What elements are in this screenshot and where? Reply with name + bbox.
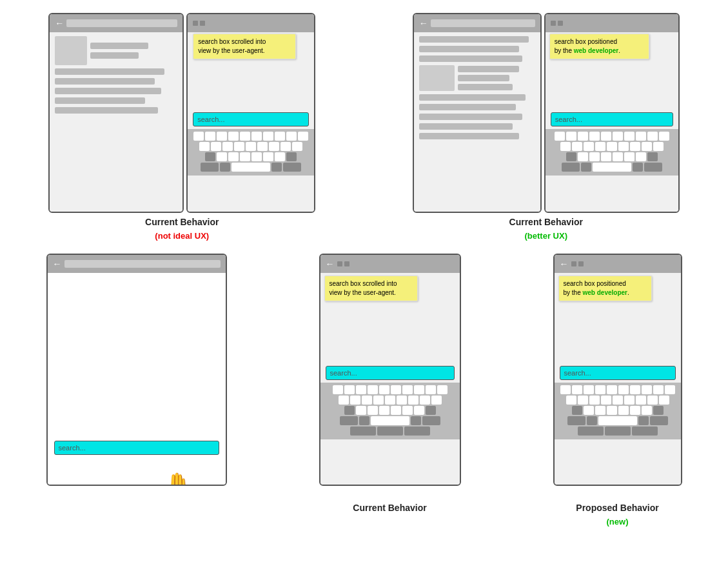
content-line: [55, 97, 145, 104]
content-block: [419, 65, 455, 91]
key: [350, 426, 376, 436]
key: [653, 142, 664, 151]
key: [613, 152, 623, 161]
key: [379, 406, 389, 415]
hand-cursor-icon: 🤚: [160, 471, 193, 486]
search-placeholder: search...: [564, 369, 591, 377]
key: [269, 142, 279, 151]
key: [601, 396, 611, 405]
key: [595, 385, 605, 394]
key: [578, 132, 588, 141]
scenario-label-br: Proposed Behavior: [576, 503, 658, 513]
back-arrow-icon: ←: [419, 18, 428, 28]
key: [333, 385, 343, 394]
key: [618, 406, 629, 415]
key: [275, 152, 285, 161]
key: [630, 142, 640, 151]
scenario-label-tl: Current Behavior: [145, 217, 219, 227]
phone-body-right: search...: [188, 32, 314, 213]
key: [240, 152, 250, 161]
empty-space: [48, 273, 226, 441]
key: [211, 142, 221, 151]
key: [350, 396, 360, 405]
key: [422, 416, 440, 425]
keyboard-tl: [188, 129, 314, 176]
phone-body: [414, 32, 540, 213]
key: [414, 385, 424, 394]
dot: [193, 21, 198, 26]
key: [593, 163, 631, 172]
key: [437, 385, 448, 394]
key: [653, 406, 664, 415]
key: [251, 152, 262, 161]
key: [566, 396, 576, 405]
content-line: [90, 43, 148, 49]
key: [362, 396, 372, 405]
content-line: [419, 104, 516, 110]
content-area: [50, 32, 182, 117]
key: [589, 396, 600, 405]
content-area: [414, 32, 540, 143]
key: [257, 142, 268, 151]
key: [624, 152, 635, 161]
back-arrow-icon: ←: [326, 259, 335, 269]
key: [595, 142, 605, 151]
key: [613, 396, 623, 405]
search-placeholder: search...: [330, 369, 357, 377]
key: [286, 132, 297, 141]
content-block: [55, 36, 87, 65]
header-bar: [66, 19, 177, 27]
key: [581, 163, 591, 172]
key: [391, 385, 401, 394]
key: [567, 416, 585, 425]
key: [408, 396, 418, 405]
key: [420, 396, 430, 405]
key: [246, 142, 256, 151]
key: [630, 406, 640, 415]
key: [578, 152, 588, 161]
phone-left-tr: ←: [413, 13, 542, 213]
key: [636, 396, 646, 405]
header-dots: [571, 261, 584, 266]
key: [234, 142, 244, 151]
content-line: [419, 133, 519, 139]
scenario-sublabel-br: (new): [607, 517, 629, 527]
scenario-bottom-right: ← search box positionedby the web develo…: [553, 254, 682, 528]
phone-group-bc: ← search box scrolled intoview by the us…: [319, 254, 461, 486]
key: [228, 152, 239, 161]
key: [618, 385, 629, 394]
key: [587, 416, 597, 425]
header-bar: [431, 19, 535, 27]
phone-body-bl: search...: [48, 273, 226, 486]
key: [589, 132, 600, 141]
key: [379, 385, 389, 394]
phone-br: ← search box positionedby the web develo…: [553, 254, 682, 486]
key: [598, 416, 637, 425]
search-input-mock-br: search...: [560, 366, 676, 380]
content-line: [90, 52, 139, 59]
content-line: [458, 84, 513, 90]
header-dots: [551, 21, 563, 26]
content-line: [419, 46, 519, 52]
key: [275, 132, 285, 141]
key: [607, 142, 617, 151]
key: [385, 396, 395, 405]
phone-group-br: ← search box positionedby the web develo…: [553, 254, 682, 486]
scenario-label-tr: Current Behavior: [509, 217, 583, 227]
key: [240, 132, 250, 141]
key: [578, 396, 588, 405]
search-input-mock-bc: search...: [326, 366, 455, 380]
key: [373, 396, 384, 405]
scenario-top-left: ←: [48, 13, 315, 241]
key: [359, 416, 369, 425]
phone-body-bc: search...: [320, 273, 460, 486]
dot: [344, 261, 349, 266]
key: [228, 132, 239, 141]
key: [286, 152, 297, 161]
phone-left-tl: ←: [48, 13, 184, 213]
key: [271, 163, 282, 172]
scenario-sublabel-tr: (better UX): [525, 231, 567, 241]
key: [560, 142, 571, 151]
search-placeholder: search...: [555, 115, 582, 123]
scenario-label-bc: Current Behavior: [353, 503, 426, 513]
